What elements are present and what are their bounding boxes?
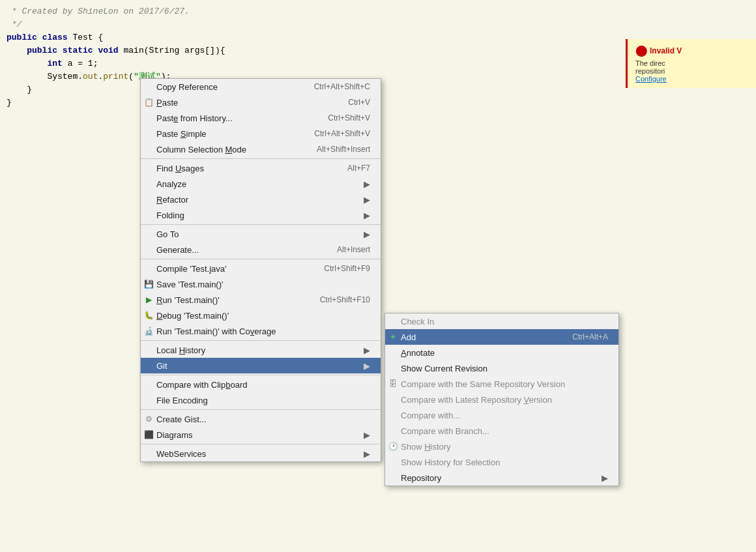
- menu-item-folding[interactable]: Folding ▶: [141, 207, 381, 223]
- git-menu-item-compare-same[interactable]: 🗄 Compare with the Same Repository Versi…: [385, 376, 618, 392]
- git-menu-item-compare-with[interactable]: Compare with...: [385, 407, 618, 423]
- menu-item-run[interactable]: ▶ Run 'Test.main()' Ctrl+Shift+F10: [141, 292, 381, 308]
- git-menu-item-compare-branch[interactable]: Compare with Branch...: [385, 423, 618, 439]
- vcs-configure-link[interactable]: Configure: [635, 75, 748, 83]
- submenu-arrow: ▶: [364, 449, 370, 459]
- menu-item-diagrams[interactable]: ⬛ Diagrams ▶: [141, 427, 381, 443]
- menu-item-save[interactable]: 💾 Save 'Test.main()': [141, 276, 381, 292]
- menu-item-copy-reference[interactable]: Copy Reference Ctrl+Alt+Shift+C: [141, 79, 381, 94]
- menu-item-analyze[interactable]: Analyze ▶: [141, 176, 381, 192]
- separator-1: [141, 158, 381, 159]
- menu-item-goto[interactable]: Go To ▶: [141, 226, 381, 242]
- git-menu-item-repository[interactable]: Repository ▶: [385, 470, 618, 486]
- menu-item-generate[interactable]: Generate... Alt+Insert: [141, 242, 381, 257]
- git-menu-item-show-revision[interactable]: Show Current Revision: [385, 360, 618, 376]
- git-menu-item-show-history[interactable]: 🕐 Show History: [385, 439, 618, 454]
- vcs-notification-body: The direcrepositori: [635, 59, 748, 75]
- menu-item-debug[interactable]: 🐛 Debug 'Test.main()': [141, 308, 381, 323]
- menu-item-paste-simple[interactable]: Paste Simple Ctrl+Alt+Shift+V: [141, 126, 381, 141]
- coverage-icon: 🔬: [143, 326, 154, 336]
- menu-item-git[interactable]: Git ▶: [141, 358, 381, 373]
- separator-5: [141, 375, 381, 375]
- debug-icon: 🐛: [143, 310, 154, 321]
- menu-item-local-history[interactable]: Local History ▶: [141, 342, 381, 358]
- save-icon: 💾: [143, 279, 154, 289]
- code-line-1: * Created by ShineLon on 2017/6/27.: [0, 5, 756, 18]
- git-menu-item-add[interactable]: + Add Ctrl+Alt+A: [385, 329, 618, 345]
- separator-2: [141, 224, 381, 225]
- git-menu-item-annotate[interactable]: Annotate: [385, 345, 618, 360]
- menu-item-webservices[interactable]: WebServices ▶: [141, 446, 381, 461]
- submenu-arrow: ▶: [364, 430, 370, 440]
- separator-3: [141, 259, 381, 259]
- vcs-notification: ⬤ Invalid V The direcrepositori Configur…: [626, 39, 756, 88]
- menu-item-find-usages[interactable]: Find Usages Alt+F7: [141, 160, 381, 176]
- submenu-arrow: ▶: [364, 179, 370, 189]
- separator-7: [141, 444, 381, 444]
- menu-item-create-gist[interactable]: ⚙ Create Gist...: [141, 411, 381, 427]
- menu-item-file-encoding[interactable]: File Encoding: [141, 392, 381, 408]
- submenu-arrow: ▶: [364, 211, 370, 220]
- git-submenu: Check In + Add Ctrl+Alt+A Annotate Show …: [385, 313, 619, 486]
- menu-item-column-selection[interactable]: Column Selection Mode Alt+Shift+Insert: [141, 141, 381, 157]
- menu-item-run-coverage[interactable]: 🔬 Run 'Test.main()' with Coverage: [141, 323, 381, 339]
- git-menu-item-compare-latest[interactable]: Compare with Latest Repository Version: [385, 392, 618, 407]
- menu-item-paste[interactable]: 📋 Paste Ctrl+V: [141, 94, 381, 110]
- run-icon: ▶: [143, 295, 154, 305]
- submenu-arrow: ▶: [602, 473, 608, 483]
- vcs-notification-title: ⬤ Invalid V: [635, 44, 748, 57]
- primary-context-menu: Copy Reference Ctrl+Alt+Shift+C 📋 Paste …: [140, 78, 381, 462]
- git-menu-item-show-history-selection[interactable]: Show History for Selection: [385, 454, 618, 470]
- submenu-arrow: ▶: [364, 345, 370, 355]
- menu-item-paste-history[interactable]: Paste from History... Ctrl+Shift+V: [141, 110, 381, 126]
- code-line-2: */: [0, 18, 756, 31]
- paste-icon: 📋: [143, 97, 154, 108]
- menu-item-refactor[interactable]: Refactor ▶: [141, 192, 381, 207]
- submenu-arrow: ▶: [364, 195, 370, 205]
- submenu-arrow: ▶: [364, 361, 370, 371]
- separator-6: [141, 409, 381, 410]
- submenu-arrow: ▶: [364, 229, 370, 239]
- menu-item-compile[interactable]: Compile 'Test.java' Ctrl+Shift+F9: [141, 261, 381, 276]
- menu-item-compare-clipboard[interactable]: Compare with Clipboard: [141, 377, 381, 392]
- git-menu-item-check-in[interactable]: Check In: [385, 313, 618, 329]
- diagrams-icon: ⬛: [143, 429, 154, 440]
- history-icon: 🕐: [388, 441, 398, 452]
- error-icon: ⬤: [635, 44, 647, 57]
- db-icon: 🗄: [388, 379, 398, 389]
- gist-icon: ⚙: [143, 414, 154, 424]
- plus-icon: +: [388, 332, 398, 342]
- separator-4: [141, 340, 381, 341]
